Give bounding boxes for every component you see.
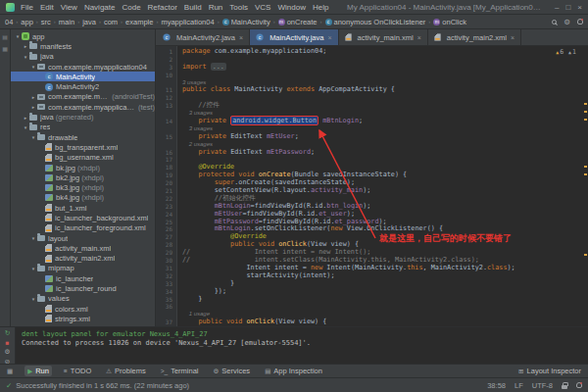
tree-item-ic-launcher-round[interactable]: ic_launcher_round [11, 283, 155, 293]
close-tab-icon[interactable]: × [511, 34, 514, 41]
line-separator[interactable]: LF [514, 381, 523, 390]
tree-item-bg-username-xml[interactable]: bg_username.xml [11, 153, 155, 163]
editor-scrollbar[interactable] [582, 46, 588, 326]
usages-hint[interactable]: 3 usages [182, 79, 206, 85]
crumb-app[interactable]: app [21, 18, 33, 26]
menu-code[interactable]: Code [122, 3, 140, 12]
tree-item-app[interactable]: ▾app [11, 31, 155, 41]
code-line[interactable]: 34 }); [156, 288, 588, 296]
menu-build[interactable]: Build [184, 3, 202, 12]
crumb-src[interactable]: src [41, 18, 51, 26]
menu-vcs[interactable]: VCS [255, 3, 270, 12]
tree-item-layout[interactable]: ▾layout [11, 233, 155, 243]
chevron-right-icon[interactable]: ▸ [22, 115, 29, 121]
tree-item-bk-jpg-xhdpi[interactable]: bk.jpg (xhdpi) [11, 163, 155, 172]
crumb-myapplication04[interactable]: myapplication04 [161, 18, 214, 26]
inspection-widget[interactable]: ▲6▲1 [556, 48, 576, 56]
code-line[interactable]: 12 [156, 94, 588, 102]
crumb-example[interactable]: example [125, 18, 153, 26]
tree-item-com-example-myapplication04-androidtest[interactable]: ▸com.example.myapplication04 (androidTes… [11, 92, 155, 102]
crumb-anonymous-onclicklistener[interactable]: canonymous OnClickListener [325, 18, 426, 26]
close-tab-icon[interactable]: × [327, 34, 331, 41]
crumb-mainactivity[interactable]: cMainActivity [222, 18, 270, 26]
tab-mainactivity2-java[interactable]: cMainActivity2.java× [157, 29, 250, 45]
tree-item-java-generated[interactable]: ▸java (generated) [11, 112, 155, 122]
chevron-down-icon[interactable]: ▾ [22, 124, 29, 130]
chevron-down-icon[interactable]: ▾ [29, 134, 37, 140]
code-line[interactable]: 37 public void onClick(View view) { [156, 318, 588, 326]
tree-item-mainactivity[interactable]: cMainActivity [11, 72, 155, 81]
menu-file[interactable]: File [21, 3, 33, 12]
tree-item-bk4-jpg-xhdpi[interactable]: bk4.jpg (xhdpi) [11, 193, 155, 203]
tree-item-mipmap[interactable]: ▾mipmap [11, 264, 155, 273]
settings-icon[interactable]: ⚙ [564, 18, 570, 26]
code-line[interactable]: 1package com.example.myapplication04; [156, 48, 588, 56]
chevron-down-icon[interactable]: ▾ [22, 54, 29, 60]
menu-run[interactable]: Run [209, 3, 223, 12]
menu-edit[interactable]: Edit [40, 3, 54, 12]
tree-item-but-1-xml[interactable]: but_1.xml [11, 203, 155, 213]
usages-hint[interactable]: 3 usages [182, 110, 213, 116]
tree-item-ic-launcher-foreground-xml[interactable]: ic_launcher_foreground.xml [11, 223, 155, 233]
usages-hint[interactable]: 2 usages [182, 141, 213, 147]
code-line[interactable]: 15 private EditText mEtUser; [156, 133, 588, 141]
menu-navigate[interactable]: Navigate [84, 3, 116, 12]
menu-view[interactable]: View [61, 3, 77, 12]
tool-windows-icon[interactable]: ▦ [4, 367, 16, 376]
menu-window[interactable]: Window [277, 3, 305, 12]
warnings-indicator[interactable]: ▲6 [556, 48, 564, 56]
code-editor[interactable]: 1package com.example.myapplication04;23i… [156, 46, 588, 326]
tree-item-ic-launcher[interactable]: ic_launcher [11, 273, 155, 283]
chevron-right-icon[interactable]: ▸ [29, 94, 37, 100]
file-encoding[interactable]: UTF-8 [532, 381, 553, 390]
tree-item-com-example-myapplication04-test[interactable]: ▸com.example.myapplication04 (test) [11, 102, 155, 112]
notifications-icon[interactable] [577, 19, 583, 24]
chevron-down-icon[interactable]: ▾ [29, 64, 37, 70]
crumb-java[interactable]: java [82, 18, 96, 26]
tree-item-values[interactable]: ▾values [11, 294, 155, 304]
usages-hint[interactable]: 1 usage [182, 311, 210, 317]
crumb-oncreate[interactable]: monCreate [278, 18, 318, 26]
tree-item-bg-transparent-xml[interactable]: bg_transparent.xml [11, 142, 155, 152]
project-tool-icon[interactable]: ▤ [2, 33, 8, 40]
code-line[interactable]: 11public class MainActivity extends AppC… [156, 86, 588, 94]
search-icon[interactable] [552, 20, 557, 24]
chevron-down-icon[interactable]: ▾ [29, 266, 37, 271]
tool-app-inspection[interactable]: ▤App Inspection [262, 366, 325, 376]
code-line[interactable]: 35 } [156, 296, 588, 304]
menu-help[interactable]: Help [313, 3, 328, 12]
tree-item-res[interactable]: ▾res [11, 122, 155, 132]
chevron-down-icon[interactable]: ▾ [29, 235, 37, 241]
tree-item-strings-xml[interactable]: strings.xml [11, 314, 155, 323]
code-line[interactable]: 16 private EditText mEtPassword; [156, 149, 588, 157]
tree-item-activity-main-xml[interactable]: activity_main.xml [11, 243, 155, 253]
notification-bell-icon[interactable] [576, 382, 582, 388]
code-line[interactable]: 36 [156, 303, 588, 311]
tree-item-mainactivity2[interactable]: cMainActivity2 [11, 81, 155, 91]
close-tab-icon[interactable]: × [239, 34, 243, 41]
tree-item-colors-xml[interactable]: colors.xml [11, 304, 155, 314]
close-button[interactable]: × [577, 3, 582, 12]
tool-problems[interactable]: ⚠Problems [103, 366, 149, 376]
maximize-button[interactable]: □ [565, 3, 570, 12]
chevron-right-icon[interactable]: ▸ [29, 104, 37, 110]
minimize-button[interactable]: – [555, 3, 559, 12]
tab-mainactivity-java[interactable]: cMainActivity.java× [250, 29, 338, 45]
crumb-main[interactable]: main [59, 18, 74, 26]
tree-item-com-example-myapplication04[interactable]: ▾com.example.myapplication04 [11, 62, 155, 72]
run-settings-icon[interactable]: ⚙ [5, 348, 11, 356]
code-line[interactable]: 13 //控件 [156, 102, 588, 110]
chevron-down-icon[interactable]: ▾ [14, 33, 22, 39]
tree-item-activity-main2-xml[interactable]: activity_main2.xml [11, 254, 155, 264]
tool-todo[interactable]: ≡TODO [61, 366, 94, 376]
readonly-lock-icon[interactable] [562, 385, 567, 389]
tab-activity-main-xml[interactable]: activity_main.xml× [339, 29, 428, 45]
tool-services[interactable]: ⚙Services [211, 366, 254, 376]
close-tab-icon[interactable]: × [417, 34, 421, 41]
crumb-04[interactable]: 04 [5, 18, 13, 26]
code-line[interactable]: 3import ... [156, 64, 588, 72]
run-console[interactable]: dent layout panel for emulator Nexus_4_A… [16, 327, 588, 364]
menu-tools[interactable]: Tools [229, 3, 248, 12]
tool-run[interactable]: ▶Run [24, 366, 52, 376]
weak-warnings-indicator[interactable]: ▲1 [568, 48, 576, 56]
